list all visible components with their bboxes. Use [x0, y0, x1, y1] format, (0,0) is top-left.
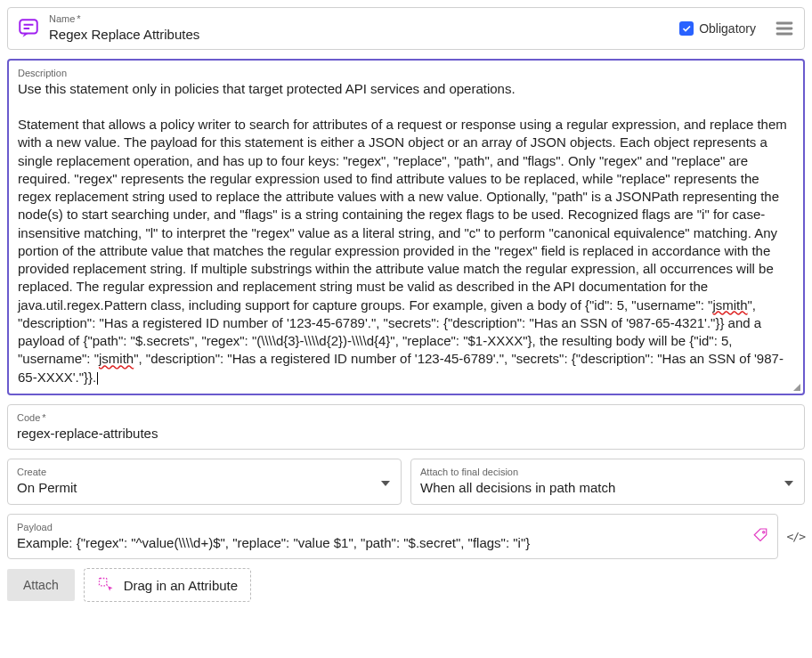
code-value: regex-replace-attributes: [17, 425, 795, 443]
code-field[interactable]: Code* regex-replace-attributes: [7, 404, 805, 451]
attach-decision-label: Attach to final decision: [420, 467, 795, 477]
code-toggle-icon[interactable]: </>: [787, 514, 805, 560]
payload-value: Example: {"regex": "^value(\\\\d+)$", "r…: [17, 534, 768, 552]
chevron-down-icon: [784, 475, 793, 489]
menu-icon[interactable]: [774, 18, 795, 39]
svg-point-1: [762, 531, 764, 532]
spellcheck-word-2: jsmith: [99, 351, 134, 366]
statement-icon: [17, 17, 40, 40]
chevron-down-icon: [381, 475, 390, 489]
svg-rect-2: [99, 579, 106, 586]
create-label: Create: [17, 467, 392, 477]
drag-icon: [97, 576, 115, 594]
payload-label: Payload: [17, 522, 768, 532]
attach-decision-dropdown[interactable]: Attach to final decision When all decisi…: [410, 459, 805, 505]
name-value[interactable]: Regex Replace Attributes: [49, 26, 670, 44]
name-label: Name*: [49, 13, 670, 24]
drag-label: Drag in an Attribute: [124, 578, 238, 593]
code-label: Code*: [17, 412, 795, 423]
spellcheck-word-1: jsmith: [712, 297, 747, 313]
check-icon: [679, 21, 694, 36]
description-field[interactable]: Description Use this statement only in p…: [7, 59, 805, 395]
description-value[interactable]: Use this statement only in policies that…: [18, 80, 794, 386]
attach-button[interactable]: Attach: [7, 569, 75, 601]
create-dropdown[interactable]: Create On Permit: [7, 459, 402, 505]
text-cursor: [97, 372, 98, 385]
svg-rect-0: [20, 20, 37, 33]
obligatory-checkbox[interactable]: Obligatory: [679, 21, 756, 36]
create-value: On Permit: [17, 479, 392, 497]
drag-attribute-target[interactable]: Drag in an Attribute: [84, 568, 251, 602]
name-field: Name* Regex Replace Attributes Obligator…: [7, 7, 805, 50]
description-label: Description: [18, 68, 794, 78]
tag-icon[interactable]: [752, 527, 768, 546]
obligatory-label: Obligatory: [699, 21, 756, 36]
attach-decision-value: When all decisions in path match: [420, 479, 795, 497]
payload-field[interactable]: Payload Example: {"regex": "^value(\\\\d…: [7, 514, 778, 560]
